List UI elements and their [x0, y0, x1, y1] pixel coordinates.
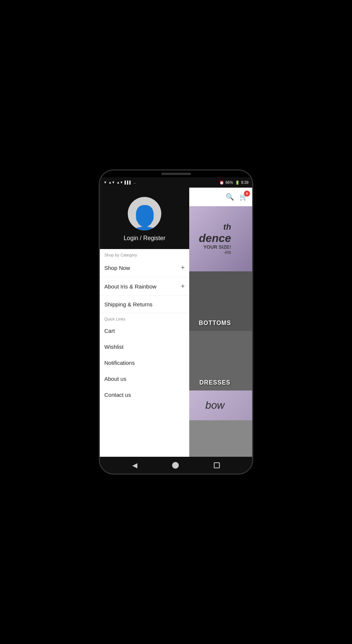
login-register-text[interactable]: Login / Register: [124, 235, 165, 242]
banner-line4: -Iris: [199, 250, 231, 255]
recents-button[interactable]: [214, 462, 220, 468]
menu-item-notifications[interactable]: Notifications: [100, 355, 189, 371]
banner-line2: dence: [199, 232, 231, 244]
bottoms-label: BOTTOMS: [194, 315, 236, 331]
status-left-icons: ▼ ▲▼ ▲▼ ▌▌▌ ...: [104, 181, 136, 184]
menu-item-wishlist[interactable]: Wishlist: [100, 339, 189, 355]
cart-badge: 0: [244, 191, 250, 197]
signal-icon: ▲▼: [108, 181, 115, 184]
avatar-icon: 👤: [129, 206, 161, 230]
cart-label: Cart: [104, 328, 115, 334]
menu-item-shop-now[interactable]: Shop Now +: [100, 259, 189, 277]
section-label-main: Shop by Category: [100, 249, 189, 259]
section-label-quick: Quick Links: [100, 313, 189, 323]
time-display: 8:39: [241, 181, 248, 185]
avatar: 👤: [128, 197, 161, 230]
speaker-grill: [161, 173, 191, 175]
phone-frame: ▼ ▲▼ ▲▼ ▌▌▌ ... ⏰ 66% 🔋 8:39 🔍 🛒: [99, 169, 253, 475]
phone-screen: ▼ ▲▼ ▲▼ ▌▌▌ ... ⏰ 66% 🔋 8:39 🔍 🛒: [100, 177, 252, 457]
about-iris-label: About Iris & Rainbow: [104, 283, 156, 290]
signal-bars: ▌▌▌: [125, 181, 132, 184]
more-icon: ...: [133, 181, 136, 184]
alarm-icon: ⏰: [219, 181, 224, 185]
menu-item-contact-us[interactable]: Contact us: [100, 387, 189, 403]
shipping-label: Shipping & Returns: [104, 301, 152, 307]
about-iris-expand-icon: +: [181, 283, 185, 290]
notifications-label: Notifications: [104, 360, 135, 366]
search-icon[interactable]: 🔍: [226, 193, 234, 201]
drawer-header: 👤 Login / Register: [100, 188, 189, 249]
bow-text: bow: [205, 399, 224, 411]
data-icon: ▲▼: [117, 181, 123, 184]
home-button[interactable]: [172, 462, 179, 469]
phone-bottom-nav: ◀: [100, 457, 252, 474]
menu-item-cart[interactable]: Cart: [100, 323, 189, 339]
status-bar: ▼ ▲▼ ▲▼ ▌▌▌ ... ⏰ 66% 🔋 8:39: [100, 177, 252, 188]
dresses-label: DRESSES: [195, 375, 235, 390]
banner-text-block: th dence YOUR SIZE! -Iris: [195, 219, 235, 258]
wishlist-label: Wishlist: [104, 344, 124, 350]
battery-text: 66%: [226, 181, 233, 185]
drawer-body: Shop by Category Shop Now + About Iris &…: [100, 249, 189, 457]
menu-item-about-us[interactable]: About us: [100, 371, 189, 387]
navigation-drawer: 👤 Login / Register Shop by Category Shop…: [100, 188, 189, 457]
menu-item-about-iris[interactable]: About Iris & Rainbow +: [100, 277, 189, 296]
menu-item-shipping[interactable]: Shipping & Returns: [100, 296, 189, 313]
back-button[interactable]: ◀: [132, 461, 137, 469]
battery-icon: 🔋: [235, 181, 240, 185]
phone-top-bar: [100, 170, 252, 177]
shop-now-label: Shop Now: [104, 265, 130, 271]
status-right: ⏰ 66% 🔋 8:39: [219, 181, 248, 185]
banner-line3: YOUR SIZE!: [199, 244, 231, 250]
contact-us-label: Contact us: [104, 392, 131, 398]
wifi-icon: ▼: [104, 181, 107, 184]
banner-line1: th: [199, 223, 231, 232]
about-us-label: About us: [104, 376, 126, 382]
cart-icon-wrap[interactable]: 🛒 0: [240, 193, 248, 201]
app-container: 🔍 🛒 0 th dence YOUR SIZE! -Iris BO: [100, 188, 252, 457]
shop-now-expand-icon: +: [181, 264, 185, 272]
